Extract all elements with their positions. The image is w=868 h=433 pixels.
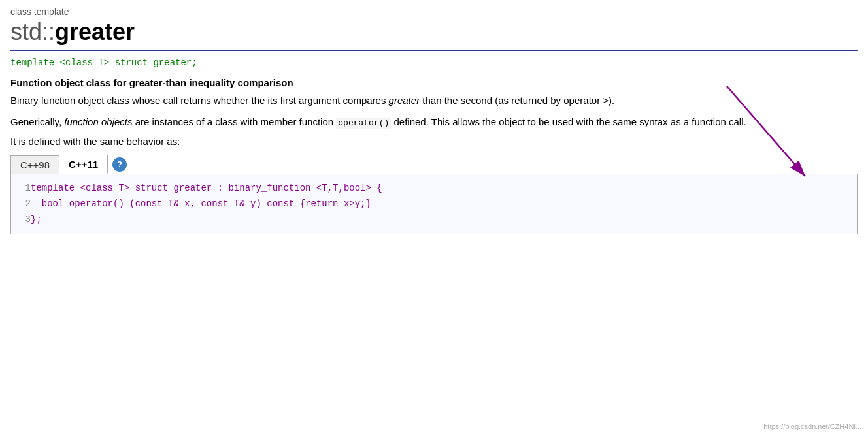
class-name-label: greater (55, 18, 135, 45)
tab-cpp98[interactable]: C++98 (10, 155, 59, 174)
code-operator: operator() (336, 118, 391, 129)
help-icon[interactable]: ? (112, 157, 127, 172)
page-title: std::greater (10, 18, 858, 46)
table-row: 1 template <class T> struct greater : bi… (18, 181, 848, 197)
namespace-label: std:: (10, 18, 55, 45)
section-title: Function object class for greater-than i… (10, 77, 858, 88)
title-divider (10, 50, 858, 51)
table-row: 3 }; (18, 212, 848, 228)
description-para-2: Generically, function objects are instan… (10, 115, 858, 130)
content-area: class template std::greater template <cl… (10, 7, 858, 234)
line-num-3: 3 (18, 212, 31, 228)
defined-label: It is defined with the same behavior as: (10, 136, 858, 147)
italic-function-objects: function objects (64, 116, 132, 127)
code-block: 1 template <class T> struct greater : bi… (10, 174, 858, 234)
code-line-1: template <class T> struct greater : bina… (31, 181, 848, 197)
code-line-2: bool operator() (const T& x, const T& y)… (31, 197, 848, 212)
tabs-row: C++98 C++11 ? (10, 155, 858, 174)
tabs-and-code: C++98 C++11 ? 1 template <class T> struc… (10, 155, 858, 234)
class-template-label: class template (10, 7, 858, 17)
description-para-1: Binary function object class whose call … (10, 93, 858, 108)
declaration-code: template <class T> struct greater; (10, 57, 858, 68)
line-num-1: 1 (18, 181, 31, 197)
table-row: 2 bool operator() (const T& x, const T& … (18, 197, 848, 212)
tab-cpp11[interactable]: C++11 (59, 155, 108, 174)
code-table: 1 template <class T> struct greater : bi… (18, 181, 848, 227)
line-num-2: 2 (18, 197, 31, 212)
italic-greater: greater (389, 95, 420, 106)
code-line-3: }; (31, 212, 848, 228)
